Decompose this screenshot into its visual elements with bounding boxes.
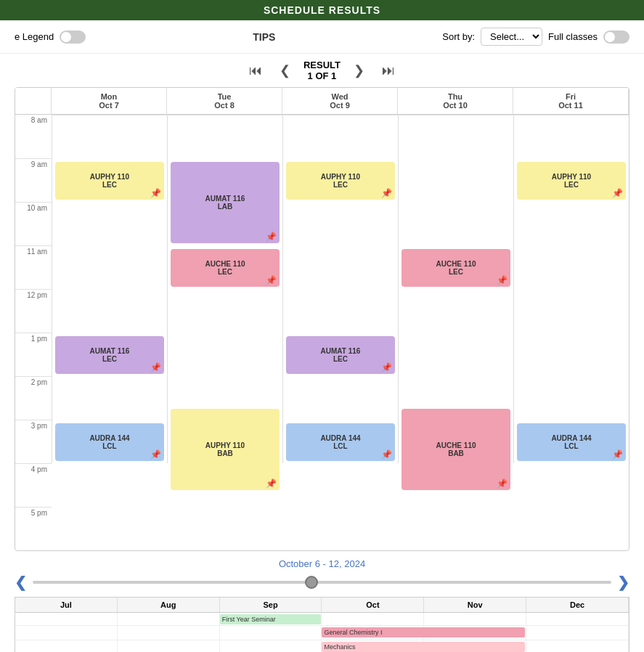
time-12pm: 12 pm	[15, 289, 52, 333]
sort-label: Sort by:	[442, 31, 475, 42]
tl-row-seminar: First Year Seminar	[15, 613, 629, 626]
tl-chemistry-oct: General Chemistry I	[322, 626, 424, 640]
pin-icon: 📌	[150, 188, 161, 198]
pin-icon: 📌	[497, 478, 508, 489]
tl-oct: Oct	[322, 598, 424, 612]
wednesday-column: AUPHY 110 LEC 📌 AUMAT 116 LEC 📌 AUDRA 14…	[282, 115, 398, 463]
tl-seminar-oct	[322, 613, 424, 625]
next-page-button[interactable]: ❯	[349, 61, 369, 80]
last-page-button[interactable]: ⏭	[378, 62, 399, 80]
fri-header: FriOct 11	[513, 88, 629, 115]
mon-aumat116-lec[interactable]: AUMAT 116 LEC 📌	[55, 336, 164, 374]
thu-header: ThuOct 10	[398, 88, 513, 115]
pin-icon: 📌	[381, 362, 392, 372]
legend-section: e Legend	[15, 30, 86, 44]
thu-auche110-lab[interactable]: AUCHE 110 BAB 📌	[402, 409, 510, 490]
time-3pm: 3 pm	[15, 420, 52, 463]
pin-icon: 📌	[266, 275, 277, 285]
legend-label: e Legend	[15, 31, 54, 42]
pin-icon: 📌	[266, 232, 277, 242]
tl-nov: Nov	[424, 598, 526, 612]
thu-auche110-lec[interactable]: AUCHE 110 LEC 📌	[402, 249, 510, 287]
timeline-nav: ❮ ❯	[15, 574, 629, 591]
sort-select[interactable]: Select...	[481, 28, 542, 46]
time-4pm: 4 pm	[15, 463, 52, 507]
result-value: 1 OF 1	[303, 70, 341, 81]
tl-seminar-sep: First Year Seminar	[220, 613, 322, 625]
fri-audra144-lcl[interactable]: AUDRA 144 LCL 📌	[517, 423, 626, 461]
tl-row-mechanics: Mechanics	[15, 640, 629, 652]
calendar-grid: MonOct 7 TueOct 8 WedOct 9 ThuOct 10 Fri…	[15, 87, 629, 551]
thursday-column: AUCHE 110 LEC 📌 AUCHE 110 BAB 📌	[398, 115, 513, 463]
wed-aumat116-lec[interactable]: AUMAT 116 LEC 📌	[286, 336, 395, 374]
timeline-date-range: October 6 - 12, 2024	[15, 558, 629, 569]
full-classes-toggle[interactable]	[603, 30, 629, 44]
time-column: 8 am 9 am 10 am 11 am 12 pm 1 pm 2 pm 3 …	[15, 115, 52, 550]
tl-seminar-jul	[15, 613, 118, 625]
time-header	[15, 88, 52, 115]
pin-icon: 📌	[150, 449, 161, 460]
timeline-prev-button[interactable]: ❮	[15, 574, 27, 591]
pin-icon: 📌	[612, 188, 623, 198]
calendar-body: 8 am 9 am 10 am 11 am 12 pm 1 pm 2 pm 3 …	[15, 115, 629, 550]
pin-icon: 📌	[612, 449, 623, 460]
timeline-next-button[interactable]: ❯	[617, 574, 629, 591]
timeline-slider[interactable]	[33, 581, 611, 584]
tips-label: TIPS	[253, 31, 275, 43]
time-8am: 8 am	[15, 115, 52, 158]
time-5pm: 5 pm	[15, 507, 52, 550]
full-classes-label: Full classes	[548, 31, 598, 42]
pagination: ⏮ ❮ RESULT 1 OF 1 ❯ ⏭	[0, 54, 644, 87]
pin-icon: 📌	[381, 188, 392, 198]
mon-header: MonOct 7	[52, 88, 167, 115]
pin-icon: 📌	[381, 449, 392, 460]
tl-event-seminar: First Year Seminar	[220, 614, 322, 624]
tue-auche110-lec[interactable]: AUCHE 110 LEC 📌	[171, 249, 280, 287]
time-10am: 10 am	[15, 202, 52, 245]
time-2pm: 2 pm	[15, 376, 52, 420]
tuesday-column: AUMAT 116 LAB 📌 AUCHE 110 LEC 📌 AUPHY 11…	[167, 115, 282, 463]
wed-auphy110-lec[interactable]: AUPHY 110 LEC 📌	[286, 162, 395, 200]
time-1pm: 1 pm	[15, 333, 52, 376]
first-page-button[interactable]: ⏮	[245, 62, 266, 80]
calendar-section: MonOct 7 TueOct 8 WedOct 9 ThuOct 10 Fri…	[0, 87, 644, 551]
slider-thumb[interactable]	[305, 576, 318, 589]
friday-column: AUPHY 110 LEC 📌 AUDRA 144 LCL 📌	[513, 115, 629, 463]
tue-auphy110-lab[interactable]: AUPHY 110 BAB 📌	[171, 409, 280, 490]
result-label: RESULT	[303, 60, 341, 70]
page-title: SCHEDULE RESULTS	[0, 0, 644, 20]
timeline-grid: Jul Aug Sep Oct Nov Dec First Year Semin…	[15, 597, 629, 652]
tl-sep: Sep	[220, 598, 322, 612]
pin-icon: 📌	[497, 275, 508, 285]
legend-toggle[interactable]	[60, 30, 86, 44]
tue-header: TueOct 8	[167, 88, 282, 115]
wed-header: WedOct 9	[282, 88, 398, 115]
tl-seminar-aug	[118, 613, 220, 625]
monday-column: AUPHY 110 LEC 📌 AUMAT 116 LEC 📌 AUDRA 14…	[52, 115, 167, 463]
tl-jul: Jul	[15, 598, 118, 612]
pin-icon: 📌	[266, 478, 277, 489]
wed-audra144-lcl[interactable]: AUDRA 144 LCL 📌	[286, 423, 395, 461]
mon-audra144-lcl[interactable]: AUDRA 144 LCL 📌	[55, 423, 164, 461]
tl-dec: Dec	[526, 598, 629, 612]
prev-page-button[interactable]: ❮	[275, 61, 295, 80]
tl-mechanics-oct: Mechanics	[322, 640, 424, 652]
calendar-header: MonOct 7 TueOct 8 WedOct 9 ThuOct 10 Fri…	[15, 88, 629, 115]
sort-section: Sort by: Select... Full classes	[442, 28, 629, 46]
time-9am: 9 am	[15, 158, 52, 202]
timeline-header-row: Jul Aug Sep Oct Nov Dec	[15, 598, 629, 613]
tue-aumat116-lab[interactable]: AUMAT 116 LAB 📌	[171, 162, 280, 243]
tl-aug: Aug	[118, 598, 220, 612]
mon-auphy110-lec[interactable]: AUPHY 110 LEC 📌	[55, 162, 164, 200]
toolbar: e Legend TIPS Sort by: Select... Full cl…	[0, 20, 644, 54]
tl-seminar-dec	[526, 613, 629, 625]
tl-seminar-nov	[424, 613, 526, 625]
fri-auphy110-lec[interactable]: AUPHY 110 LEC 📌	[517, 162, 626, 200]
time-11am: 11 am	[15, 245, 52, 289]
tl-row-chemistry: General Chemistry I	[15, 626, 629, 640]
result-info: RESULT 1 OF 1	[303, 60, 341, 81]
timeline-section: October 6 - 12, 2024 ❮ ❯ Jul Aug Sep Oct…	[0, 551, 644, 652]
pin-icon: 📌	[150, 362, 161, 372]
